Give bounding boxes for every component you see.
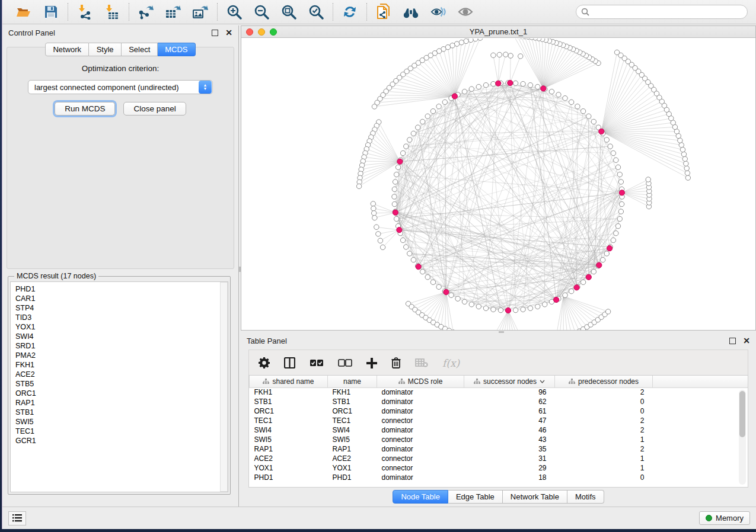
result-node[interactable]: SWI4 [15, 332, 228, 341]
zoom-in-button[interactable] [226, 4, 243, 20]
apply-layout-button[interactable] [342, 4, 358, 20]
run-mcds-button[interactable]: Run MCDS [55, 102, 115, 116]
result-node[interactable]: PHD1 [15, 284, 228, 294]
share-document-button[interactable] [375, 4, 392, 20]
window-close-icon[interactable] [246, 28, 253, 36]
window-maximize-icon[interactable] [270, 28, 277, 36]
result-node[interactable]: STB5 [15, 379, 228, 389]
result-node[interactable]: RAP1 [15, 398, 228, 408]
result-node[interactable]: CAR1 [15, 294, 228, 303]
column-label: predecessor nodes [578, 377, 639, 386]
export-network-icon [138, 4, 154, 20]
table-row[interactable]: FKH1FKH1dominator962 [250, 387, 749, 397]
result-node[interactable]: GCR1 [15, 436, 228, 446]
hide-graphics-details-button[interactable] [430, 4, 446, 20]
export-table-icon [165, 4, 181, 20]
table-row[interactable]: TEC1TEC1connector472 [250, 416, 749, 425]
float-table-panel-icon[interactable] [729, 338, 736, 344]
memory-label: Memory [716, 514, 744, 523]
table-row[interactable]: STB1STB1dominator620 [250, 397, 749, 406]
table-row[interactable]: ACE2ACE2connector311 [250, 454, 749, 463]
table-row[interactable]: PHD1PHD1dominator180 [250, 473, 749, 482]
result-node[interactable]: SWI5 [15, 417, 228, 427]
table-scrollbar[interactable] [739, 390, 746, 485]
delete-column-button[interactable] [391, 357, 401, 368]
cell: 2 [555, 425, 653, 435]
tab-edge-table[interactable]: Edge Table [448, 490, 503, 504]
column-header-shared-name[interactable]: shared name [250, 376, 328, 387]
select-all-button[interactable] [310, 359, 324, 367]
result-node[interactable]: FKH1 [15, 360, 228, 370]
window-minimize-icon[interactable] [258, 28, 265, 36]
export-table-button[interactable] [165, 4, 181, 20]
float-panel-icon[interactable] [212, 30, 218, 36]
zoom-fit-button[interactable] [280, 4, 297, 20]
close-table-panel-icon[interactable]: ✕ [743, 338, 750, 344]
result-node[interactable]: STP4 [15, 303, 228, 313]
export-image-button[interactable] [192, 4, 209, 20]
attribute-type-icon [569, 379, 575, 384]
save-session-button[interactable] [43, 4, 59, 20]
column-header-name[interactable]: name [328, 376, 377, 387]
result-node[interactable]: PMA2 [15, 351, 228, 360]
cell: 62 [464, 397, 555, 406]
column-header-MCDS-role[interactable]: MCDS role [377, 376, 464, 387]
import-table-button[interactable] [104, 4, 120, 20]
tab-mcds[interactable]: MCDS [158, 43, 195, 56]
network-overview-button[interactable] [403, 4, 419, 20]
network-canvas[interactable] [241, 39, 755, 330]
eye-icon [457, 5, 474, 19]
cell: ACE2 [328, 454, 377, 463]
function-builder-button[interactable]: f(x) [442, 357, 460, 369]
network-view-titlebar[interactable]: YPA_prune.txt_1 [241, 26, 755, 38]
tab-motifs[interactable]: Motifs [567, 490, 604, 504]
zoom-out-button[interactable] [253, 4, 270, 20]
close-panel-icon[interactable]: ✕ [225, 30, 232, 36]
result-node[interactable]: YOX1 [15, 322, 228, 332]
export-network-button[interactable] [138, 4, 154, 20]
deselect-all-button[interactable] [338, 359, 352, 367]
column-header-predecessor-nodes[interactable]: predecessor nodes [555, 376, 653, 387]
result-node[interactable]: ORC1 [15, 389, 228, 398]
tab-network-table[interactable]: Network Table [503, 490, 567, 504]
result-node[interactable]: SRD1 [15, 341, 228, 351]
table-settings-button[interactable] [259, 357, 270, 368]
table-row[interactable]: SWI5SWI5connector431 [250, 435, 749, 444]
cell: RAP1 [250, 444, 328, 454]
table-scrollbar-thumb[interactable] [739, 391, 745, 437]
result-node[interactable]: STB1 [15, 408, 228, 417]
close-panel-button[interactable]: Close panel [123, 102, 186, 116]
result-node[interactable]: TID3 [15, 313, 228, 322]
trash-icon [391, 357, 401, 368]
column-header-successor-nodes[interactable]: successor nodes [464, 376, 555, 387]
optimization-criterion-dropdown[interactable]: largest connected component (undirected)… [28, 80, 213, 94]
memory-button[interactable]: Memory [699, 511, 750, 525]
mcds-result-list[interactable]: PHD1CAR1STP4TID3YOX1SWI4SRD1PMA2FKH1ACE2… [10, 281, 228, 492]
table-row[interactable]: SWI4SWI4dominator462 [250, 425, 749, 435]
cell: SWI4 [328, 425, 377, 435]
network-view-title: YPA_prune.txt_1 [241, 27, 755, 36]
main-toolbar [2, 0, 756, 24]
table-row[interactable]: YOX1YOX1connector291 [250, 463, 749, 473]
task-history-button[interactable] [8, 511, 26, 525]
control-panel-titlebar: Control Panel ✕ [2, 25, 238, 40]
delete-table-button[interactable] [415, 358, 428, 367]
result-list-scrollbar[interactable] [220, 282, 228, 492]
show-columns-button[interactable] [284, 357, 295, 368]
tab-network[interactable]: Network [45, 43, 89, 56]
import-network-button[interactable] [76, 4, 93, 20]
tab-select[interactable]: Select [122, 43, 158, 56]
search-input[interactable] [576, 5, 748, 19]
open-file-button[interactable] [15, 4, 32, 20]
show-graphics-details-button[interactable] [457, 4, 474, 20]
table-toolbar: f(x) [248, 350, 748, 376]
table-row[interactable]: ORC1ORC1dominator610 [250, 406, 749, 416]
add-column-button[interactable] [366, 358, 377, 368]
tab-style[interactable]: Style [89, 43, 122, 56]
result-node[interactable]: ACE2 [15, 370, 228, 379]
table-row[interactable]: RAP1RAP1dominator352 [250, 444, 749, 454]
zoom-selected-button[interactable] [308, 4, 324, 20]
result-node[interactable]: TEC1 [15, 427, 228, 436]
tab-node-table[interactable]: Node Table [393, 490, 448, 504]
control-panel: Control Panel ✕ NetworkStyleSelectMCDS O… [2, 25, 239, 507]
